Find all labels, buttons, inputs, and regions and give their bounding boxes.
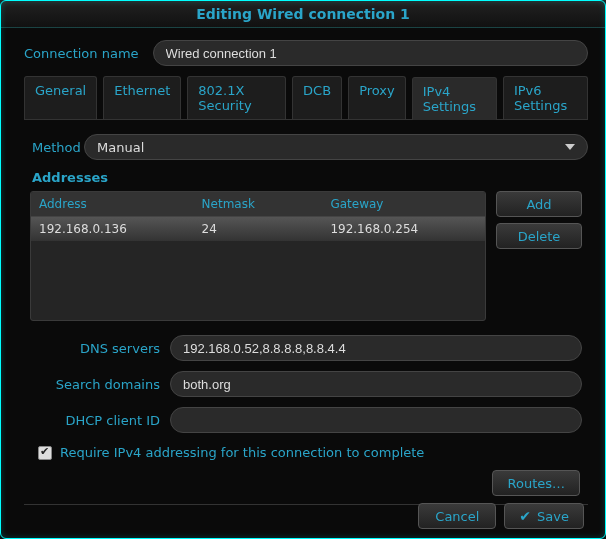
tab-ipv6[interactable]: IPv6 Settings [503, 76, 588, 119]
dhcp-client-id-label: DHCP client ID [30, 413, 170, 428]
search-domains-input[interactable] [170, 371, 582, 397]
chevron-down-icon [565, 144, 575, 150]
method-select[interactable]: Manual [84, 134, 588, 160]
check-icon: ✔ [519, 508, 531, 524]
method-value: Manual [97, 140, 144, 155]
require-ipv4-checkbox[interactable] [38, 446, 52, 460]
cell-netmask: 24 [194, 217, 323, 241]
col-header-gateway: Gateway [322, 192, 485, 216]
method-label: Method [24, 140, 84, 155]
tab-bar: General Ethernet 802.1X Security DCB Pro… [24, 76, 588, 120]
addresses-table[interactable]: Address Netmask Gateway 192.168.0.136 24… [30, 191, 486, 321]
cell-address: 192.168.0.136 [31, 217, 194, 241]
addresses-section-label: Addresses [32, 170, 588, 185]
col-header-netmask: Netmask [194, 192, 323, 216]
tab-dcb[interactable]: DCB [292, 76, 342, 119]
table-row[interactable]: 192.168.0.136 24 192.168.0.254 [31, 217, 485, 241]
save-label: Save [537, 509, 569, 524]
dns-label: DNS servers [30, 341, 170, 356]
col-header-address: Address [31, 192, 194, 216]
dhcp-client-id-input[interactable] [170, 407, 582, 433]
dns-input[interactable] [170, 335, 582, 361]
save-button[interactable]: ✔ Save [504, 503, 584, 529]
cell-gateway: 192.168.0.254 [322, 217, 485, 241]
tab-ipv4[interactable]: IPv4 Settings [412, 77, 497, 120]
routes-button[interactable]: Routes… [492, 470, 580, 496]
tab-security[interactable]: 802.1X Security [187, 76, 286, 119]
window-title: Editing Wired connection 1 [0, 0, 606, 28]
connection-name-input[interactable] [153, 40, 588, 66]
tab-general[interactable]: General [24, 76, 97, 119]
connection-name-label: Connection name [24, 46, 153, 61]
require-ipv4-label: Require IPv4 addressing for this connect… [60, 445, 424, 460]
cancel-button[interactable]: Cancel [418, 503, 496, 529]
delete-button[interactable]: Delete [496, 223, 582, 249]
tab-ethernet[interactable]: Ethernet [103, 76, 181, 119]
tab-proxy[interactable]: Proxy [348, 76, 406, 119]
add-button[interactable]: Add [496, 191, 582, 217]
search-domains-label: Search domains [30, 377, 170, 392]
